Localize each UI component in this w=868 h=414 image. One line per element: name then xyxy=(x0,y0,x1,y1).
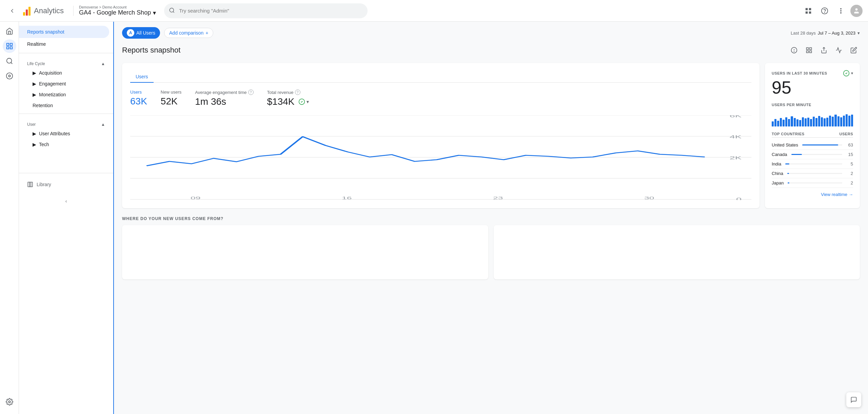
mini-bar-20 xyxy=(826,118,828,126)
more-options-button[interactable] xyxy=(834,4,848,18)
svg-rect-3 xyxy=(806,11,808,13)
avatar[interactable] xyxy=(850,5,863,17)
sidebar-item-label: Realtime xyxy=(27,41,46,47)
metric-users-value: 63K xyxy=(130,96,147,107)
title-actions xyxy=(788,44,860,56)
mini-bar-18 xyxy=(821,117,823,127)
mini-bar-28 xyxy=(848,116,850,127)
topbar-left: A All Users Add comparison + xyxy=(122,27,213,39)
search-input[interactable] xyxy=(164,3,368,18)
nav-explore-button[interactable] xyxy=(3,54,16,68)
svg-text:23: 23 xyxy=(493,196,503,200)
svg-text:0: 0 xyxy=(736,197,742,200)
svg-rect-1 xyxy=(806,8,808,10)
main-content: A All Users Add comparison + Last 28 day… xyxy=(114,22,868,414)
svg-point-16 xyxy=(6,73,12,79)
country-count-1: 15 xyxy=(846,152,853,157)
revenue-dropdown-icon[interactable]: ▾ xyxy=(307,99,309,104)
property-selector[interactable]: GA4 - Google Merch Shop ▾ xyxy=(79,9,156,17)
svg-point-9 xyxy=(840,12,842,14)
metric-new-users-label: New users xyxy=(161,90,181,95)
sidebar-section-lifecycle[interactable]: Life Cycle ▲ xyxy=(19,56,113,67)
mini-bar-4 xyxy=(783,120,785,126)
revenue-check-icon xyxy=(298,98,305,105)
mini-bar-0 xyxy=(772,121,774,126)
bottom-section-title: WHERE DO YOUR NEW USERS COME FROM? xyxy=(122,216,860,221)
metric-revenue: Total revenue ? $134K ▾ xyxy=(267,90,309,107)
sidebar-item-engagement[interactable]: ▶ Engagement xyxy=(19,78,113,89)
country-bar-3 xyxy=(787,173,789,174)
mini-bar-16 xyxy=(815,118,817,126)
chart-tab-users[interactable]: Users xyxy=(130,71,154,83)
mini-bar-26 xyxy=(843,116,845,127)
metric-engagement-value: 1m 36s xyxy=(195,96,253,107)
nav-bottom xyxy=(3,395,16,411)
sidebar-item-realtime[interactable]: Realtime xyxy=(19,38,113,50)
sidebar-section-user[interactable]: User ▲ xyxy=(19,117,113,128)
bottom-card-2 xyxy=(494,225,860,279)
sidebar-collapse-button[interactable]: ‹ xyxy=(61,196,72,206)
svg-point-15 xyxy=(6,58,12,63)
apps-grid-button[interactable] xyxy=(802,4,815,18)
nav-settings-button[interactable] xyxy=(3,395,16,409)
country-row-1: Canada 15 xyxy=(772,150,853,159)
page-title: Reports snapshot xyxy=(122,46,180,55)
date-range-value: Jul 7 – Aug 3, 2023 xyxy=(818,31,855,36)
date-range-selector[interactable]: Last 28 days Jul 7 – Aug 3, 2023 ▾ xyxy=(791,31,860,36)
nav-home-button[interactable] xyxy=(3,24,16,38)
main-layout: Reports snapshot Realtime Life Cycle ▲ ▶… xyxy=(0,22,868,414)
country-bar-1 xyxy=(791,154,802,155)
mini-bar-11 xyxy=(802,117,804,127)
add-icon: + xyxy=(205,30,208,36)
nav-reports-button[interactable] xyxy=(3,39,16,53)
sidebar-item-acquisition[interactable]: ▶ Acquisition xyxy=(19,67,113,78)
sidebar-item-tech[interactable]: ▶ Tech xyxy=(19,139,113,150)
account-info: Demoverse > Demo Account GA4 - Google Me… xyxy=(79,5,156,17)
date-prefix: Last 28 days xyxy=(791,31,816,36)
mini-bar-8 xyxy=(794,118,796,126)
mini-bar-6 xyxy=(788,119,790,127)
all-users-button[interactable]: A All Users xyxy=(122,27,160,39)
mini-bar-9 xyxy=(796,119,798,126)
sidebar-item-monetization[interactable]: ▶ Monetization xyxy=(19,89,113,100)
engagement-info-icon[interactable]: ? xyxy=(248,90,254,95)
mini-bar-17 xyxy=(818,116,820,126)
sidebar-item-reports-snapshot[interactable]: Reports snapshot xyxy=(19,26,109,38)
svg-point-17 xyxy=(8,75,11,77)
chart-tab-label: Users xyxy=(136,74,148,79)
bottom-cards xyxy=(122,225,860,279)
mini-bar-27 xyxy=(846,114,848,126)
country-name-1: Canada xyxy=(772,152,787,157)
line-chart: 6K 4K 2K 0 09 Jul 16 23 xyxy=(130,115,751,200)
mini-bar-21 xyxy=(829,116,831,127)
country-bar-wrap-4 xyxy=(788,182,842,183)
edit-button[interactable] xyxy=(848,44,860,56)
expand-icon: ▶ xyxy=(33,81,36,86)
mini-bar-14 xyxy=(810,119,812,127)
main-chart-card: Users Users 63K New users 52K xyxy=(122,63,760,208)
date-dropdown-icon: ▾ xyxy=(857,31,860,36)
help-button[interactable] xyxy=(818,4,831,18)
realtime-dropdown-icon[interactable]: ▾ xyxy=(851,71,853,76)
nav-advertising-button[interactable] xyxy=(3,69,16,83)
user-label: User xyxy=(27,122,36,127)
realtime-user-count: 95 xyxy=(772,78,853,97)
insights-button[interactable] xyxy=(788,44,800,56)
feedback-button[interactable] xyxy=(846,392,861,407)
svg-rect-24 xyxy=(807,51,809,53)
content-topbar: A All Users Add comparison + Last 28 day… xyxy=(122,27,860,39)
add-comparison-button[interactable]: Add comparison + xyxy=(164,28,213,38)
compare-button[interactable] xyxy=(833,44,845,56)
back-button[interactable] xyxy=(5,4,19,18)
metric-engagement: Average engagement time ? 1m 36s xyxy=(195,90,253,107)
sidebar-library-button[interactable]: Library xyxy=(19,176,113,193)
share-button[interactable] xyxy=(818,44,830,56)
svg-text:6K: 6K xyxy=(730,115,742,118)
view-realtime-button[interactable]: View realtime → xyxy=(772,192,853,197)
customize-button[interactable] xyxy=(803,44,815,56)
revenue-info-icon[interactable]: ? xyxy=(295,90,300,95)
sidebar-item-user-attributes[interactable]: ▶ User Attributes xyxy=(19,128,113,139)
expand-icon: ▶ xyxy=(33,92,36,97)
sidebar-item-retention[interactable]: Retention xyxy=(19,100,113,111)
realtime-card: USERS IN LAST 30 MINUTES ▾ 95 USERS PER … xyxy=(765,63,860,208)
